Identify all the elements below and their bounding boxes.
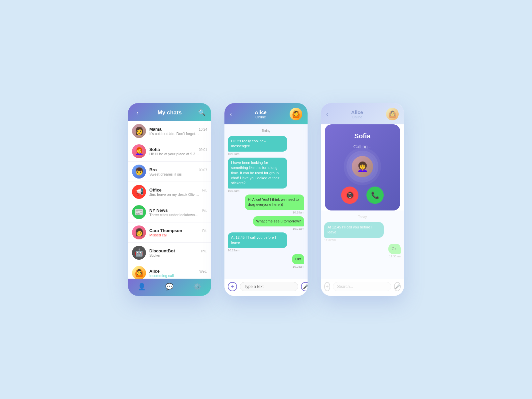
chat-list-item[interactable]: 👩‍🦰 Sofia 09:01 Hi! I'll be at your plac… xyxy=(128,141,211,162)
caller-avatar: 👩‍🦱 xyxy=(352,156,373,177)
chat-name: Cara Thompson xyxy=(149,228,182,233)
msg-bubble: I have been looking for something like t… xyxy=(228,158,287,189)
chat-list-item[interactable]: 🙆 Alice Wed. Incomming call xyxy=(128,263,211,279)
chat-list-item[interactable]: 👩 Cara Thompson Fri. Missed call xyxy=(128,222,211,243)
msg-bubble: What time see u tomorrow? xyxy=(253,216,305,226)
msg-bubble: Hi Alice! Yes! I think we need to drag e… xyxy=(245,195,304,210)
chat-time: Wed. xyxy=(200,270,207,273)
chat-list-item[interactable]: 🤖 DiscountBot Thu. Sticker xyxy=(128,243,211,263)
msg-time: 10:18am xyxy=(228,189,239,193)
msg-time: 10:18am xyxy=(293,211,304,214)
msg-time: 10:17am xyxy=(228,152,239,156)
call-actions: 📵 📞 xyxy=(341,187,384,204)
message: What time see u tomorrow? 10:21am xyxy=(253,216,305,230)
decline-button[interactable]: 📵 xyxy=(341,187,358,204)
calling-overlay: Sofia Calling... 👩‍🦱 📵 📞 xyxy=(325,124,400,210)
chat-preview: Sweet dreams lil sis xyxy=(149,172,199,176)
chat-list: 👩 Mama 10:24 It's cold outside. Don't fo… xyxy=(128,121,211,279)
calling-day-label: Today xyxy=(324,215,401,219)
chat-list-item[interactable]: 📢 Office Fri. Jim: leave on my desck Oli… xyxy=(128,182,211,202)
calling-name: Sofia xyxy=(354,132,371,140)
chat-name: NY News xyxy=(149,208,168,213)
message: I have been looking for something like t… xyxy=(228,158,287,193)
contacts-nav-icon[interactable]: 👤 xyxy=(138,283,146,291)
contact-info: Alice Online xyxy=(235,109,286,119)
chat-name: Sofia xyxy=(149,147,160,152)
contact-status: Online xyxy=(235,115,286,119)
chat-avatar: 👩‍🦰 xyxy=(132,144,146,158)
chat-info: Sofia 09:01 Hi! I'll be at your place at… xyxy=(149,147,207,156)
calling-input-bar: + 🎤 xyxy=(321,279,404,296)
msg-bubble: Hi! It's really cool new messenger! xyxy=(228,136,287,152)
chat-name: Mama xyxy=(149,127,162,132)
calling-header: ‹ Alice Online 🙆 xyxy=(321,103,404,124)
chat-preview: Incomming call xyxy=(149,274,199,278)
chat-preview: It's cold outside. Don't forget to take … xyxy=(149,132,199,136)
faded-msg-bubble: Ok! xyxy=(388,244,401,254)
chat-info: Bro 00:07 Sweet dreams lil sis xyxy=(149,167,207,176)
day-label: Today xyxy=(228,129,304,133)
chats-nav-icon[interactable]: 💬 xyxy=(165,283,174,291)
calling-contact-info: Alice Online xyxy=(332,109,383,119)
calling-add-button: + xyxy=(324,282,330,291)
msg-time: 10:21am xyxy=(293,227,304,230)
search-button[interactable]: 🔍 xyxy=(198,109,206,116)
calling-mic-button: 🎤 xyxy=(394,282,401,291)
chat-avatar: 🙆 xyxy=(132,266,146,279)
chat-preview: Sticker xyxy=(149,253,199,257)
faded-msg-time: 11:32am xyxy=(324,238,336,242)
msg-bubble: At 12.45 I'll call you before I leave xyxy=(228,232,287,248)
settings-nav-icon[interactable]: ⚙️ xyxy=(193,283,201,291)
chat-list-item[interactable]: 👦 Bro 00:07 Sweet dreams lil sis xyxy=(128,162,211,182)
chat-info: NY News Fri. Three cities under lockdown… xyxy=(149,208,207,217)
msg-time: 10:25am xyxy=(293,265,304,268)
chat-list-item[interactable]: 👩 Mama 10:24 It's cold outside. Don't fo… xyxy=(128,121,211,141)
messages-area: Today Hi! It's really cool new messenger… xyxy=(224,124,308,279)
chat-time: Fri. xyxy=(202,229,207,233)
caller-avatar-ring: 👩‍🦱 xyxy=(349,153,376,180)
chat-info: DiscountBot Thu. Sticker xyxy=(149,248,207,257)
mic-button[interactable]: 🎤 xyxy=(301,282,308,291)
page-title: My chats xyxy=(141,109,198,116)
add-button[interactable]: + xyxy=(228,282,237,291)
calling-back-button[interactable]: ‹ xyxy=(326,111,328,118)
chat-info: Office Fri. Jim: leave on my desck Olivi… xyxy=(149,188,207,197)
scene: ‹ My chats 🔍 👩 Mama 10:24 It's cold outs… xyxy=(115,83,417,316)
faded-msg-time: 11:33am xyxy=(389,255,401,258)
chat-name: Office xyxy=(149,188,162,193)
faded-msg-bubble: At 12.45 I'll call you before I leave xyxy=(324,222,384,238)
message: At 12.45 I'll call you before I leave 10… xyxy=(228,232,287,252)
chat-preview: Three cities under lockdown as coronavir… xyxy=(149,213,199,217)
chat-time: 10:24 xyxy=(199,128,207,131)
faded-message: At 12.45 I'll call you before I leave 11… xyxy=(324,222,384,242)
chat-avatar: 📢 xyxy=(132,185,146,199)
accept-button[interactable]: 📞 xyxy=(366,187,384,204)
chat-info: Cara Thompson Fri. Missed call xyxy=(149,228,207,237)
chat-list-item[interactable]: 📰 NY News Fri. Three cities under lockdo… xyxy=(128,202,211,222)
bottom-nav: 👤 💬 ⚙️ xyxy=(128,279,211,296)
calling-faded-messages: Today At 12.45 I'll call you before I le… xyxy=(321,210,404,279)
chat-time: Thu. xyxy=(200,249,207,253)
chat-name: DiscountBot xyxy=(149,248,175,253)
chat-preview: Missed call xyxy=(149,233,199,237)
back-button[interactable]: ‹ xyxy=(133,109,141,116)
calling-search-input xyxy=(333,282,391,291)
chat-time: 09:01 xyxy=(199,148,207,152)
calling-contact-status: Online xyxy=(332,115,383,119)
chat-avatar: 👦 xyxy=(132,165,146,179)
contact-name: Alice xyxy=(235,109,286,115)
calling-status: Calling... xyxy=(353,144,371,149)
chat-time: 00:07 xyxy=(199,168,207,172)
phone-calling: ‹ Alice Online 🙆 Sofia Calling... 👩‍🦱 📵 … xyxy=(321,103,404,296)
chat-back-button[interactable]: ‹ xyxy=(230,111,232,118)
chat-avatar: 📰 xyxy=(132,205,146,219)
phone-chat: ‹ Alice Online 🙆 Today Hi! It's really c… xyxy=(224,103,308,296)
chat-time: Fri. xyxy=(202,189,207,192)
message-input[interactable] xyxy=(240,282,298,291)
chat-input-bar: + 🎤 xyxy=(224,279,308,296)
chat-avatar: 🤖 xyxy=(132,246,146,260)
message: Hi! It's really cool new messenger! 10:1… xyxy=(228,136,287,156)
chat-avatar: 👩 xyxy=(132,124,146,138)
chat-info: Mama 10:24 It's cold outside. Don't forg… xyxy=(149,127,207,136)
chat-avatar: 👩 xyxy=(132,225,146,239)
